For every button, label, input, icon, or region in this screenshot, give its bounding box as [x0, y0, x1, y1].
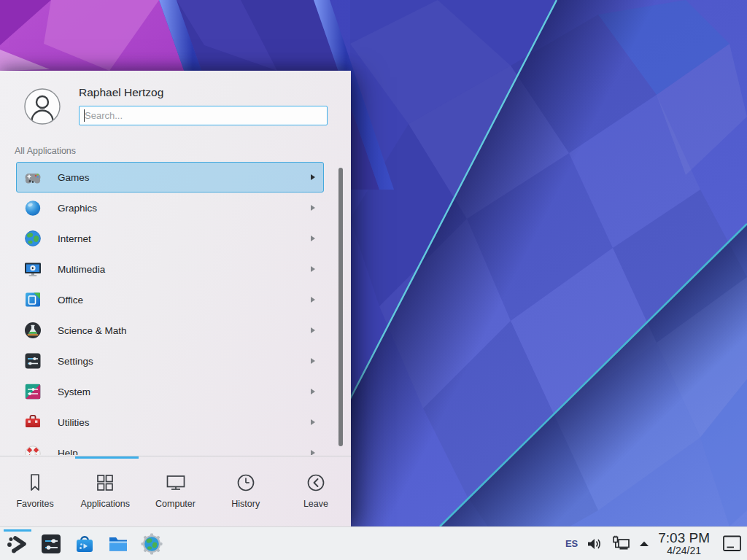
settings-icon — [23, 351, 42, 370]
menu-item-label: Science & Math — [58, 325, 127, 336]
expand-tray-arrow-icon[interactable] — [638, 538, 650, 550]
submenu-arrow-icon — [311, 358, 315, 364]
tab-computer[interactable]: Computer — [140, 456, 210, 526]
tab-leave[interactable]: Leave — [281, 456, 351, 526]
tab-label: History — [231, 499, 260, 509]
discover-icon — [73, 532, 96, 556]
active-tab-indicator — [75, 456, 139, 459]
digital-clock[interactable]: 7:03 PM 4/24/21 — [658, 531, 710, 556]
discover-button[interactable] — [69, 527, 100, 560]
menu-item-settings[interactable]: Settings — [16, 346, 324, 376]
system-icon — [23, 382, 42, 401]
user-avatar[interactable] — [24, 88, 61, 125]
utilities-icon — [23, 413, 42, 432]
menu-item-label: Office — [58, 295, 83, 306]
submenu-arrow-icon — [311, 389, 315, 394]
launcher-tab-bar: Favorites Applications Computer — [0, 456, 351, 526]
clock-date: 4/24/21 — [658, 545, 710, 556]
globe-gear-icon — [140, 532, 163, 556]
text-cursor — [84, 109, 85, 122]
clock-time: 7:03 PM — [658, 531, 710, 545]
leave-icon — [305, 472, 327, 494]
menu-item-label: Graphics — [58, 203, 97, 214]
tab-label: Favorites — [16, 499, 53, 509]
submenu-arrow-icon — [311, 236, 315, 241]
multimedia-icon — [23, 260, 42, 279]
internet-icon — [23, 229, 42, 248]
search-input[interactable] — [79, 106, 328, 125]
bookmark-icon — [24, 472, 46, 494]
submenu-arrow-icon — [311, 266, 315, 272]
submenu-arrow-icon — [311, 327, 315, 333]
monitor-icon — [165, 472, 187, 494]
games-icon — [23, 168, 42, 187]
scrollbar-thumb[interactable] — [338, 168, 343, 446]
folder-icon — [107, 532, 130, 556]
tab-label: Computer — [155, 499, 196, 509]
submenu-arrow-icon — [311, 297, 315, 303]
web-browser-button[interactable] — [136, 527, 167, 560]
submenu-arrow-icon — [311, 450, 315, 455]
menu-item-office[interactable]: Office — [16, 284, 324, 315]
show-desktop-button[interactable] — [722, 534, 742, 553]
menu-item-label: Multimedia — [58, 264, 105, 275]
menu-item-internet[interactable]: Internet — [16, 223, 324, 254]
menu-item-graphics[interactable]: Graphics — [16, 192, 324, 223]
menu-item-science-math[interactable]: Science & Math — [16, 315, 324, 346]
tab-history[interactable]: History — [211, 456, 281, 526]
active-task-indicator — [4, 529, 31, 532]
grid-icon — [94, 472, 116, 494]
application-launcher-button[interactable] — [2, 527, 33, 560]
clock-icon — [235, 472, 257, 494]
office-icon — [23, 290, 42, 309]
menu-item-label: System — [58, 386, 90, 397]
launcher-header: Raphael Hertzog — [0, 71, 351, 138]
menu-item-system[interactable]: System — [16, 376, 324, 407]
menu-item-label: Utilities — [58, 417, 90, 428]
desktop: Raphael Hertzog All Applications Games — [0, 0, 747, 560]
submenu-arrow-icon — [311, 174, 315, 180]
application-launcher-menu: Raphael Hertzog All Applications Games — [0, 71, 351, 526]
section-label: All Applications — [15, 146, 76, 156]
menu-item-utilities[interactable]: Utilities — [16, 407, 324, 438]
tab-applications[interactable]: Applications — [70, 456, 140, 526]
menu-item-label: Games — [58, 172, 90, 183]
science-icon — [23, 321, 42, 340]
user-name: Raphael Hertzog — [79, 86, 163, 99]
volume-icon[interactable] — [586, 535, 603, 553]
menu-item-games[interactable]: Games — [16, 162, 324, 192]
menu-item-help[interactable]: Help — [16, 438, 324, 455]
submenu-arrow-icon — [311, 419, 315, 425]
help-icon — [23, 443, 42, 455]
system-tray: ES 7:03 PM 4/24/21 — [565, 531, 747, 556]
tab-label: Applications — [81, 499, 130, 509]
submenu-arrow-icon — [311, 205, 315, 211]
tab-label: Leave — [303, 499, 328, 509]
tab-favorites[interactable]: Favorites — [0, 456, 70, 526]
category-list: Games Graphics — [0, 162, 351, 455]
keyboard-layout-indicator[interactable]: ES — [565, 538, 578, 549]
menu-item-label: Settings — [58, 356, 93, 367]
graphics-icon — [23, 198, 42, 217]
kde-launcher-icon — [6, 532, 29, 556]
menu-item-label: Help — [58, 448, 78, 456]
menu-item-label: Internet — [58, 233, 91, 244]
menu-item-multimedia[interactable]: Multimedia — [16, 254, 324, 284]
file-manager-button[interactable] — [103, 527, 133, 560]
system-settings-icon — [39, 532, 63, 556]
system-settings-button[interactable] — [36, 527, 66, 560]
wired-network-icon[interactable] — [611, 535, 630, 553]
taskbar-panel: ES 7:03 PM 4/24/21 — [0, 526, 747, 560]
